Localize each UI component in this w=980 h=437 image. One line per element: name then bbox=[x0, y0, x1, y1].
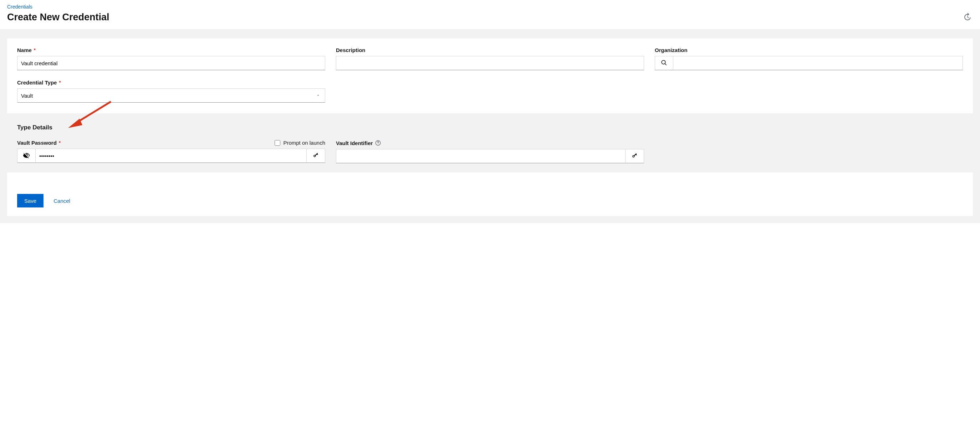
eye-slash-icon bbox=[23, 152, 30, 160]
required-asterisk: * bbox=[59, 80, 60, 85]
name-input[interactable] bbox=[17, 56, 325, 70]
name-label: Name bbox=[17, 47, 32, 53]
key-icon bbox=[313, 152, 319, 160]
vault-password-key-button[interactable] bbox=[307, 149, 325, 163]
save-button[interactable]: Save bbox=[17, 194, 43, 207]
vault-password-label: Vault Password bbox=[17, 140, 57, 146]
prompt-on-launch-checkbox[interactable] bbox=[275, 140, 280, 146]
field-vault-identifier: Vault Identifier bbox=[336, 140, 644, 163]
organization-input[interactable] bbox=[673, 56, 963, 70]
credential-type-label: Credential Type bbox=[17, 79, 57, 86]
organization-lookup-button[interactable] bbox=[655, 56, 673, 70]
cancel-button[interactable]: Cancel bbox=[54, 198, 70, 204]
field-name: Name * bbox=[17, 47, 325, 70]
description-label: Description bbox=[336, 47, 366, 53]
vault-identifier-key-button[interactable] bbox=[625, 149, 644, 163]
breadcrumb-credentials[interactable]: Credentials bbox=[7, 4, 32, 10]
page-title: Create New Credential bbox=[7, 12, 973, 23]
prompt-on-launch-label: Prompt on launch bbox=[283, 140, 325, 146]
required-asterisk: * bbox=[59, 140, 60, 145]
vault-identifier-label: Vault Identifier bbox=[336, 140, 373, 146]
vault-password-input[interactable] bbox=[36, 149, 307, 163]
svg-point-3 bbox=[378, 144, 379, 145]
history-icon[interactable] bbox=[963, 13, 972, 21]
field-organization: Organization bbox=[655, 47, 963, 70]
help-icon[interactable] bbox=[375, 140, 381, 146]
prompt-on-launch-toggle[interactable]: Prompt on launch bbox=[275, 140, 325, 146]
search-icon bbox=[661, 60, 667, 67]
toggle-password-visibility-button[interactable] bbox=[17, 149, 36, 163]
key-icon bbox=[632, 153, 638, 160]
field-credential-type: Credential Type * Vault bbox=[17, 79, 325, 103]
credential-type-value: Vault bbox=[21, 93, 33, 99]
description-input[interactable] bbox=[336, 56, 644, 70]
type-details-heading: Type Details bbox=[17, 124, 963, 131]
vault-identifier-input[interactable] bbox=[336, 149, 625, 163]
field-description: Description bbox=[336, 47, 644, 70]
required-asterisk: * bbox=[34, 48, 36, 53]
organization-label: Organization bbox=[655, 47, 687, 53]
credential-type-select[interactable]: Vault bbox=[17, 88, 325, 103]
field-vault-password: Vault Password * Prompt on launch bbox=[17, 140, 325, 163]
